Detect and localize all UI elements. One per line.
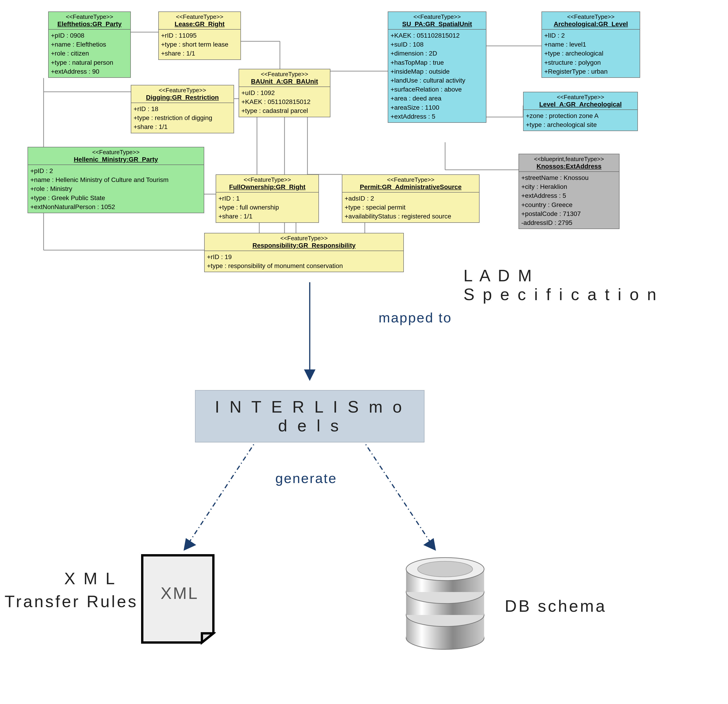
svg-marker-26 — [183, 538, 196, 551]
db-icon — [402, 551, 489, 653]
svg-line-27 — [355, 429, 431, 544]
xml-label-1: X M L — [64, 569, 117, 588]
svg-marker-28 — [423, 538, 436, 551]
xml-label-2: Transfer Rules — [4, 592, 138, 611]
interlis-box: I N T E R L I S m o d e l s — [195, 390, 425, 442]
xml-doc-icon: XML — [140, 553, 216, 646]
generate-label: generate — [275, 470, 337, 486]
svg-line-25 — [188, 429, 264, 544]
svg-marker-24 — [304, 369, 315, 381]
db-label: DB schema — [505, 597, 607, 616]
svg-point-36 — [417, 561, 472, 577]
xml-badge: XML — [160, 584, 199, 602]
